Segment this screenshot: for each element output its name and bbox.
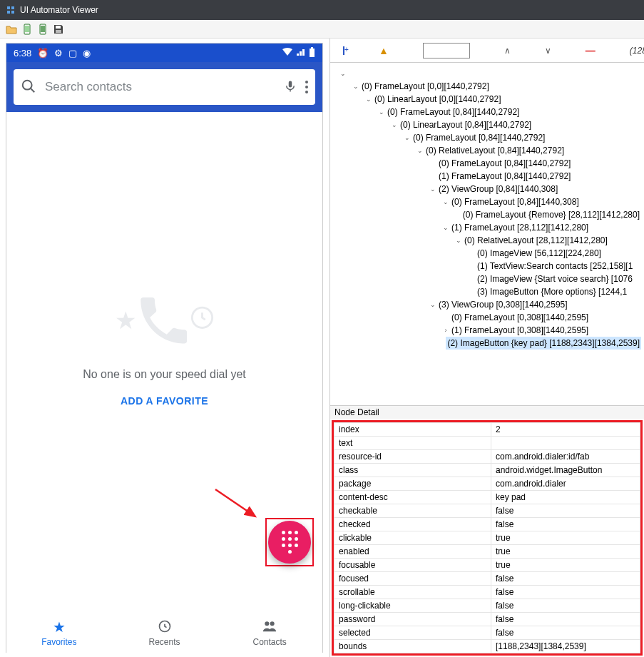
tree-node-label: (0) FrameLayout [0,84][1440,2792] — [437, 157, 572, 170]
svg-rect-5 — [25, 26, 29, 32]
detail-value: true — [491, 531, 640, 545]
tree-node-label: (0) LinearLayout [0,84][1440,2792] — [399, 118, 533, 131]
tree-node[interactable]: ⌄(0) FrameLayout [0,84][1440,2792] — [333, 106, 641, 118]
next-match-button[interactable]: ∨ — [545, 46, 551, 56]
tree-twisty-icon[interactable]: ⌄ — [416, 144, 424, 157]
tree-node[interactable]: ⌄(0) FrameLayout [0,84][1440,2792] — [333, 131, 641, 144]
device-screenshot-pane: 6:38 ⏰ ⚙ ▢ ◉ — [0, 39, 329, 657]
mic-icon[interactable] — [284, 78, 297, 96]
svg-rect-10 — [310, 49, 315, 57]
detail-row: focusedfalse — [334, 572, 640, 586]
tree-node-label: (0) FrameLayout [0,84][1440,2792] — [412, 131, 546, 144]
detail-row: classandroid.widget.ImageButton — [334, 464, 640, 477]
tree-twisty-icon[interactable]: ⌄ — [339, 67, 347, 80]
tree-node[interactable]: ⌄(0) LinearLayout [0,84][1440,2792] — [333, 118, 641, 131]
tree-node[interactable]: ›(1) FrameLayout [0,308][1440,2595] — [333, 324, 641, 337]
add-favorite-button[interactable]: ADD A FAVORITE — [6, 395, 322, 407]
detail-value: false — [491, 599, 640, 613]
tree-node[interactable]: ⌄(0) FrameLayout [0,0][1440,2792] — [333, 80, 641, 93]
tree-twisty-icon[interactable]: ⌄ — [441, 195, 450, 208]
more-options-icon[interactable] — [305, 81, 308, 93]
tree-node-label: (0) FrameLayout [0,84][1440,2792] — [386, 106, 521, 118]
tree-twisty-icon[interactable]: ⌄ — [441, 221, 450, 234]
device-screenshot-button[interactable] — [20, 22, 34, 36]
warning-icon[interactable]: ▲ — [379, 45, 389, 56]
tree-node[interactable]: ⌄(0) RelativeLayout [0,84][1440,2792] — [333, 144, 641, 157]
tree-twisty-icon[interactable]: ⌄ — [377, 106, 386, 118]
gear-icon: ⚙ — [54, 48, 63, 58]
detail-row: packagecom.android.dialer — [334, 477, 640, 491]
detail-key: checked — [334, 518, 491, 531]
window-title: UI Automator Viewer — [20, 5, 98, 15]
tree-twisty-icon[interactable]: ⌄ — [352, 80, 360, 93]
detail-value: false — [491, 613, 640, 626]
tree-node[interactable]: (0) FrameLayout {Remove} [28,112][1412,2… — [333, 208, 641, 221]
tree-twisty-icon[interactable]: ⌄ — [364, 93, 373, 106]
detail-row: passwordfalse — [334, 613, 640, 626]
tree-node[interactable]: (3) ImageButton {More options} [1244,1 — [333, 285, 641, 298]
nav-contacts[interactable]: Contacts — [217, 612, 322, 653]
svg-point-18 — [265, 621, 269, 626]
prev-match-button[interactable]: ∧ — [504, 46, 511, 56]
tree-twisty-icon[interactable]: ⌄ — [403, 131, 412, 144]
open-file-button[interactable] — [4, 22, 19, 36]
detail-row: text — [334, 437, 640, 450]
device-screenshot-compressed-button[interactable] — [36, 22, 50, 36]
detail-key: checkable — [334, 504, 491, 518]
tree-node[interactable]: ⌄(1) FrameLayout [28,112][1412,280] — [333, 221, 641, 234]
tree-node[interactable]: (0) FrameLayout [0,308][1440,2595] — [333, 311, 641, 324]
nav-recents[interactable]: Recents — [112, 612, 218, 653]
clock-icon — [190, 305, 215, 335]
svg-rect-9 — [56, 30, 61, 33]
tree-node-label: (0) FrameLayout [0,308][1440,2595] — [450, 311, 590, 324]
bottom-nav: ★ Favorites Recents Contacts — [6, 612, 322, 653]
svg-rect-0 — [7, 6, 10, 9]
tree-node[interactable]: (1) TextView:Search contacts [252,158][1 — [333, 260, 641, 273]
detail-value: false — [491, 504, 640, 518]
detail-key: resource-id — [334, 450, 491, 464]
tree-node[interactable]: (0) FrameLayout [0,84][1440,2792] — [333, 157, 641, 170]
tree-twisty-icon[interactable]: › — [441, 324, 450, 337]
nav-favorites[interactable]: ★ Favorites — [6, 612, 112, 653]
expand-all-button[interactable] — [343, 46, 344, 55]
main-toolbar — [0, 20, 644, 39]
detail-row: checkablefalse — [334, 504, 640, 518]
detail-key: bounds — [334, 640, 491, 653]
svg-rect-7 — [41, 26, 45, 32]
inspector-toolbar: ▲ ∧ ∨ — (1286,2 — [330, 39, 644, 63]
dialpad-fab[interactable] — [268, 521, 311, 564]
tree-node[interactable]: ⌄(0) RelativeLayout [28,112][1412,280] — [333, 234, 641, 247]
tree-node[interactable]: ⌄ — [333, 67, 641, 80]
detail-row: clickabletrue — [334, 531, 640, 545]
tree-twisty-icon[interactable]: ⌄ — [429, 298, 437, 311]
tree-node[interactable]: ⌄(2) ViewGroup [0,84][1440,308] — [333, 183, 641, 195]
tree-node[interactable]: (2) ImageButton {key pad} [1188,2343][13… — [333, 337, 641, 350]
search-bar[interactable]: Search contacts — [14, 69, 315, 105]
hierarchy-tree[interactable]: ⌄⌄(0) FrameLayout [0,0][1440,2792]⌄(0) L… — [330, 63, 644, 405]
app-icon — [6, 5, 16, 15]
detail-value: false — [491, 586, 640, 599]
tree-node-label: (1) TextView:Search contacts [252,158][1 — [476, 260, 634, 273]
tree-twisty-icon[interactable]: ⌄ — [429, 183, 437, 195]
detail-row: resource-idcom.android.dialer:id/fab — [334, 450, 640, 464]
tree-node[interactable]: ⌄(3) ViewGroup [0,308][1440,2595] — [333, 298, 641, 311]
tree-node[interactable]: ⌄(0) LinearLayout [0,0][1440,2792] — [333, 93, 641, 106]
tree-twisty-icon[interactable]: ⌄ — [454, 234, 463, 247]
tree-node[interactable]: ⌄(0) FrameLayout [0,84][1440,308] — [333, 195, 641, 208]
tree-node-label: (1) FrameLayout [0,308][1440,2595] — [450, 324, 590, 337]
detail-value: com.android.dialer:id/fab — [491, 450, 640, 464]
tree-node[interactable]: (0) ImageView [56,112][224,280] — [333, 247, 641, 260]
detail-key: package — [334, 477, 491, 491]
tree-node-label: (0) FrameLayout [0,84][1440,308] — [450, 195, 581, 208]
detail-value: true — [491, 545, 640, 559]
annotation-arrow — [213, 487, 262, 522]
tree-node[interactable]: (1) FrameLayout [0,84][1440,2792] — [333, 170, 641, 183]
svg-rect-8 — [56, 26, 61, 29]
tree-node[interactable]: (2) ImageView {Start voice search} [1076 — [333, 273, 641, 285]
star-icon: ★ — [53, 618, 66, 636]
search-tree-input[interactable] — [423, 43, 470, 58]
delete-node-button[interactable]: — — [586, 45, 596, 56]
detail-value: key pad — [491, 491, 640, 504]
tree-twisty-icon[interactable]: ⌄ — [390, 118, 399, 131]
save-button[interactable] — [51, 22, 66, 36]
